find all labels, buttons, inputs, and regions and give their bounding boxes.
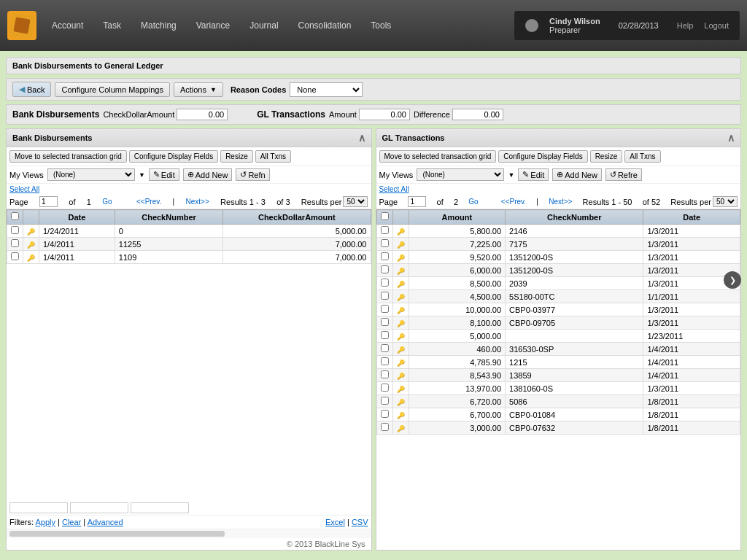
left-col-check-number[interactable]: CheckNumber (115, 210, 222, 225)
key-icon[interactable]: 🔑 (397, 386, 405, 393)
row-checkbox[interactable] (381, 226, 389, 234)
reason-codes-select[interactable]: None (290, 82, 363, 97)
left-prev-btn[interactable]: <<Prev. (136, 198, 161, 206)
actions-button[interactable]: Actions ▼ (174, 82, 223, 97)
key-icon[interactable]: 🔑 (27, 254, 35, 262)
right-panel-collapse-btn[interactable]: ∧ (727, 132, 735, 144)
left-select-all[interactable]: Select All (7, 184, 371, 195)
left-resize-btn[interactable]: Resize (220, 150, 253, 163)
amount-input[interactable] (359, 109, 410, 120)
logout-link[interactable]: Logout (704, 21, 729, 30)
nav-tools[interactable]: Tools (366, 18, 395, 34)
right-refresh-btn[interactable]: ↺ Refre (605, 168, 642, 181)
key-icon[interactable]: 🔑 (397, 373, 405, 380)
right-select-all-checkbox[interactable] (381, 212, 389, 220)
row-checkbox[interactable] (381, 318, 389, 326)
row-checkbox[interactable] (381, 384, 389, 392)
left-refresh-btn[interactable]: ↺ Refn (236, 168, 269, 181)
left-results-per-select[interactable]: 50 (343, 196, 368, 207)
nav-matching[interactable]: Matching (136, 18, 181, 34)
right-all-txns-btn[interactable]: All Txns (624, 150, 660, 163)
left-scrollbar[interactable] (9, 531, 225, 537)
right-col-date[interactable]: Date (643, 210, 740, 225)
right-next-btn[interactable]: Next>> (549, 198, 572, 206)
table-row[interactable]: 🔑 10,000.00 CBP0-03977 1/3/2011 (376, 303, 740, 316)
table-row[interactable]: 🔑 6,720.00 5086 1/8/2011 (376, 395, 740, 408)
table-row[interactable]: 🔑 4,785.90 1215 1/4/2011 (376, 356, 740, 369)
row-checkbox[interactable] (381, 357, 389, 365)
key-icon[interactable]: 🔑 (397, 425, 405, 432)
left-filter-date[interactable] (9, 502, 68, 513)
row-checkbox[interactable] (381, 279, 389, 287)
table-row[interactable]: 🔑 8,500.00 2039 1/3/2011 (376, 277, 740, 290)
row-checkbox[interactable] (381, 397, 389, 405)
row-checkbox[interactable] (11, 239, 19, 247)
left-filter-amount[interactable] (131, 502, 189, 513)
table-row[interactable]: 🔑 6,000.00 1351200-0S 1/3/2011 (376, 264, 740, 277)
row-checkbox[interactable] (381, 265, 389, 273)
left-export-excel[interactable]: Excel (325, 518, 345, 526)
table-row[interactable]: 🔑 1/4/2011 11255 7,000.00 (7, 238, 371, 251)
left-col-date[interactable]: Date (39, 210, 115, 225)
left-filter-apply[interactable]: Apply (35, 518, 55, 526)
key-icon[interactable]: 🔑 (397, 320, 405, 327)
help-link[interactable]: Help (677, 21, 694, 30)
table-row[interactable]: 🔑 7,225.00 7175 1/3/2011 (376, 238, 740, 251)
row-checkbox[interactable] (381, 370, 389, 378)
left-export-csv[interactable]: CSV (352, 518, 368, 526)
left-col-amount[interactable]: CheckDollarAmount (223, 210, 371, 225)
table-row[interactable]: 🔑 1/4/2011 1109 7,000.00 (7, 251, 371, 264)
right-move-btn[interactable]: Move to selected transaction grid (379, 150, 497, 163)
right-configure-btn[interactable]: Configure Display Fields (498, 150, 587, 163)
key-icon[interactable]: 🔑 (397, 346, 405, 354)
left-views-select[interactable]: (None) (47, 168, 135, 181)
key-icon[interactable]: 🔑 (397, 241, 405, 249)
table-row[interactable]: 🔑 9,520.00 1351200-0S 1/3/2011 (376, 251, 740, 264)
key-icon[interactable]: 🔑 (27, 241, 35, 249)
right-col-amount[interactable]: Amount (409, 210, 506, 225)
right-page-input[interactable] (408, 196, 426, 207)
row-checkbox[interactable] (381, 423, 389, 431)
row-checkbox[interactable] (381, 292, 389, 300)
left-page-input[interactable] (39, 196, 58, 207)
row-checkbox[interactable] (381, 410, 389, 418)
row-checkbox[interactable] (381, 305, 389, 313)
left-panel-collapse-btn[interactable]: ∧ (358, 132, 365, 144)
key-icon[interactable]: 🔑 (397, 294, 405, 301)
right-edit-btn[interactable]: ✎ Edit (518, 168, 549, 181)
table-row[interactable]: 🔑 4,500.00 5S180-00TC 1/1/2011 (376, 290, 740, 303)
left-go-link[interactable]: Go (102, 198, 112, 206)
table-row[interactable]: 🔑 3,000.00 CBP0-07632 1/8/2011 (376, 421, 740, 435)
left-filter-clear[interactable]: Clear (62, 518, 81, 526)
nav-variance[interactable]: Variance (192, 18, 234, 34)
right-views-select[interactable]: (None) (417, 168, 504, 181)
right-select-all[interactable]: Select All (376, 184, 741, 195)
left-edit-btn[interactable]: ✎ Edit (149, 168, 179, 181)
table-row[interactable]: 🔑 1/24/2011 0 5,000.00 (7, 225, 371, 238)
nav-consolidation[interactable]: Consolidation (294, 18, 356, 34)
row-checkbox[interactable] (11, 252, 19, 260)
nav-journal[interactable]: Journal (245, 18, 282, 34)
row-checkbox[interactable] (381, 344, 389, 352)
table-row[interactable]: 🔑 5,800.00 2146 1/3/2011 (376, 225, 740, 238)
left-move-btn[interactable]: Move to selected transaction grid (9, 150, 127, 163)
right-prev-btn[interactable]: <<Prev. (501, 198, 526, 206)
table-row[interactable]: 🔑 8,100.00 CBP0-09705 1/3/2011 (376, 316, 740, 330)
left-filter-check[interactable] (70, 502, 128, 513)
right-results-per-select[interactable]: 50 (713, 196, 738, 207)
row-checkbox[interactable] (11, 226, 19, 234)
left-all-txns-btn[interactable]: All Txns (255, 150, 291, 163)
configure-columns-button[interactable]: Configure Column Mappings (55, 82, 169, 97)
key-icon[interactable]: 🔑 (397, 333, 405, 341)
key-icon[interactable]: 🔑 (397, 359, 405, 367)
right-go-link[interactable]: Go (468, 198, 478, 206)
left-filter-advanced[interactable]: Advanced (88, 518, 123, 526)
back-button[interactable]: ◀ Back (12, 82, 51, 97)
nav-account[interactable]: Account (47, 18, 88, 34)
key-icon[interactable]: 🔑 (397, 254, 405, 262)
row-checkbox[interactable] (381, 252, 389, 260)
table-row[interactable]: 🔑 6,700.00 CBP0-01084 1/8/2011 (376, 408, 740, 421)
row-checkbox[interactable] (381, 331, 389, 339)
left-add-new-btn[interactable]: ⊕ Add New (183, 168, 233, 181)
key-icon[interactable]: 🔑 (397, 412, 405, 419)
